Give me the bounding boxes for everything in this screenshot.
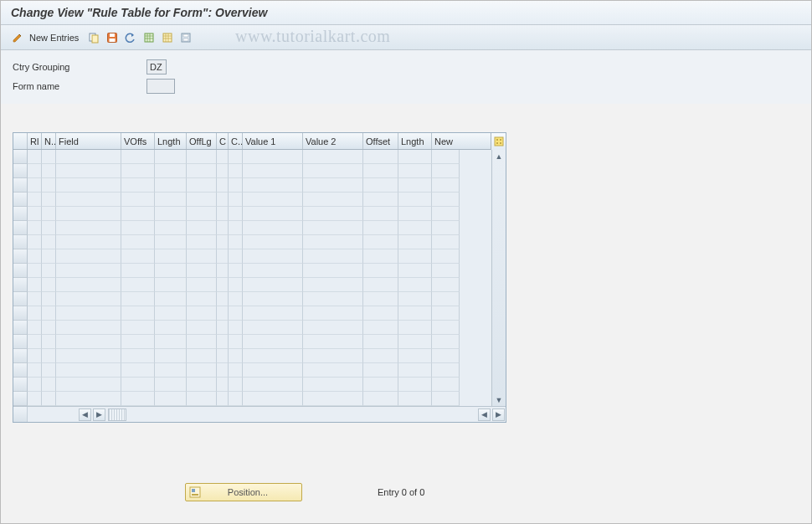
table-cell[interactable] bbox=[187, 292, 217, 306]
table-cell[interactable] bbox=[56, 392, 121, 406]
table-cell[interactable] bbox=[155, 150, 187, 164]
table-cell[interactable] bbox=[432, 150, 460, 164]
row-selector[interactable] bbox=[13, 164, 28, 178]
table-cell[interactable] bbox=[187, 207, 217, 221]
table-cell[interactable] bbox=[217, 178, 229, 193]
table-cell[interactable] bbox=[303, 392, 363, 406]
table-cell[interactable] bbox=[121, 321, 155, 335]
table-cell[interactable] bbox=[398, 264, 432, 278]
table-cell[interactable] bbox=[432, 306, 460, 321]
table-cell[interactable] bbox=[432, 207, 460, 221]
table-cell[interactable] bbox=[217, 150, 229, 164]
table-cell[interactable] bbox=[217, 363, 229, 378]
table-cell[interactable] bbox=[229, 264, 243, 278]
table-cell[interactable] bbox=[56, 363, 121, 378]
table-cell[interactable] bbox=[28, 249, 42, 264]
table-cell[interactable] bbox=[56, 378, 121, 392]
table-cell[interactable] bbox=[243, 306, 303, 321]
table-cell[interactable] bbox=[42, 392, 56, 406]
table-cell[interactable] bbox=[121, 249, 155, 264]
table-cell[interactable] bbox=[121, 207, 155, 221]
table-cell[interactable] bbox=[432, 292, 460, 306]
table-cell[interactable] bbox=[121, 178, 155, 193]
table-cell[interactable] bbox=[363, 164, 398, 178]
table-cell[interactable] bbox=[217, 193, 229, 207]
table-cell[interactable] bbox=[155, 278, 187, 292]
table-cell[interactable] bbox=[229, 321, 243, 335]
table-cell[interactable] bbox=[363, 193, 398, 207]
row-selector[interactable] bbox=[13, 306, 28, 321]
table-cell[interactable] bbox=[243, 321, 303, 335]
column-c2[interactable]: C.. bbox=[229, 133, 243, 149]
table-cell[interactable] bbox=[56, 249, 121, 264]
table-cell[interactable] bbox=[187, 378, 217, 392]
table-cell[interactable] bbox=[432, 178, 460, 193]
row-selector[interactable] bbox=[13, 335, 28, 349]
table-cell[interactable] bbox=[187, 363, 217, 378]
vertical-scrollbar[interactable]: ▲ ▼ bbox=[491, 150, 506, 406]
table-cell[interactable] bbox=[56, 207, 121, 221]
table-row[interactable] bbox=[13, 306, 491, 321]
table-cell[interactable] bbox=[243, 150, 303, 164]
table-cell[interactable] bbox=[28, 178, 42, 193]
table-cell[interactable] bbox=[303, 264, 363, 278]
table-cell[interactable] bbox=[303, 164, 363, 178]
column-rl[interactable]: Rl bbox=[28, 133, 42, 149]
column-lngth2[interactable]: Lngth bbox=[398, 133, 432, 149]
scroll-right-icon[interactable]: ▶ bbox=[93, 408, 105, 421]
table-cell[interactable] bbox=[363, 349, 398, 363]
table-cell[interactable] bbox=[363, 235, 398, 249]
table-cell[interactable] bbox=[187, 193, 217, 207]
scroll-right2-icon[interactable]: ▶ bbox=[492, 408, 505, 421]
row-selector[interactable] bbox=[13, 207, 28, 221]
table-cell[interactable] bbox=[155, 363, 187, 378]
toggle-change-icon[interactable] bbox=[9, 29, 26, 46]
table-cell[interactable] bbox=[56, 221, 121, 235]
table-cell[interactable] bbox=[217, 164, 229, 178]
table-row[interactable] bbox=[13, 221, 491, 235]
table-cell[interactable] bbox=[303, 193, 363, 207]
table-row[interactable] bbox=[13, 363, 491, 378]
table-cell[interactable] bbox=[398, 363, 432, 378]
table-cell[interactable] bbox=[398, 164, 432, 178]
table-cell[interactable] bbox=[398, 178, 432, 193]
row-selector[interactable] bbox=[13, 363, 28, 378]
table-cell[interactable] bbox=[121, 335, 155, 349]
table-cell[interactable] bbox=[187, 249, 217, 264]
table-cell[interactable] bbox=[56, 178, 121, 193]
table-cell[interactable] bbox=[229, 278, 243, 292]
table-cell[interactable] bbox=[217, 235, 229, 249]
table-cell[interactable] bbox=[398, 249, 432, 264]
table-cell[interactable] bbox=[217, 349, 229, 363]
table-cell[interactable] bbox=[28, 207, 42, 221]
table-cell[interactable] bbox=[217, 335, 229, 349]
table-cell[interactable] bbox=[398, 321, 432, 335]
table-cell[interactable] bbox=[432, 249, 460, 264]
row-selector[interactable] bbox=[13, 221, 28, 235]
table-cell[interactable] bbox=[42, 249, 56, 264]
table-cell[interactable] bbox=[229, 164, 243, 178]
table-cell[interactable] bbox=[28, 235, 42, 249]
table-cell[interactable] bbox=[229, 363, 243, 378]
table-cell[interactable] bbox=[121, 349, 155, 363]
table-cell[interactable] bbox=[229, 235, 243, 249]
table-cell[interactable] bbox=[432, 193, 460, 207]
table-cell[interactable] bbox=[42, 349, 56, 363]
column-value2[interactable]: Value 2 bbox=[303, 133, 363, 149]
copy-icon[interactable] bbox=[85, 29, 102, 46]
table-cell[interactable] bbox=[42, 235, 56, 249]
position-button[interactable]: Position... bbox=[185, 483, 302, 501]
table-cell[interactable] bbox=[398, 278, 432, 292]
row-selector[interactable] bbox=[13, 321, 28, 335]
table-cell[interactable] bbox=[28, 193, 42, 207]
table-cell[interactable] bbox=[229, 221, 243, 235]
table-cell[interactable] bbox=[121, 363, 155, 378]
table-cell[interactable] bbox=[398, 207, 432, 221]
table-cell[interactable] bbox=[229, 292, 243, 306]
table-cell[interactable] bbox=[121, 378, 155, 392]
table-cell[interactable] bbox=[217, 278, 229, 292]
row-selector[interactable] bbox=[13, 235, 28, 249]
table-cell[interactable] bbox=[432, 321, 460, 335]
table-cell[interactable] bbox=[28, 264, 42, 278]
column-c1[interactable]: C bbox=[217, 133, 229, 149]
